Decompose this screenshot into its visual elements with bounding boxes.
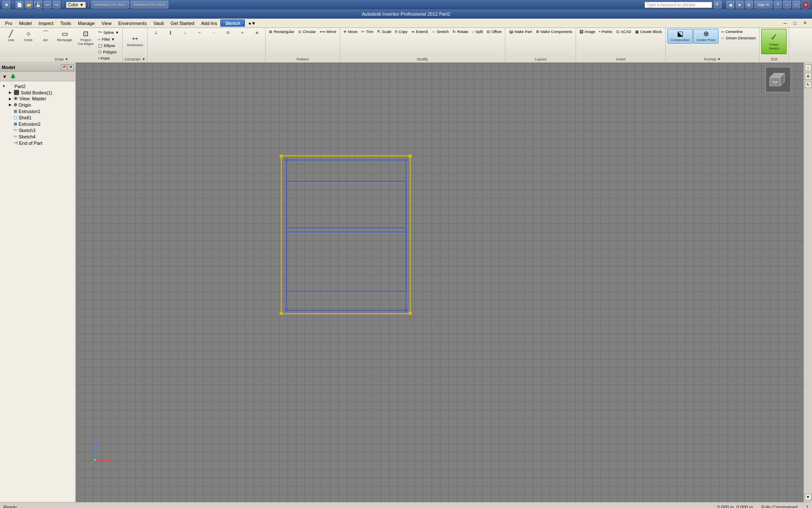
pan-btn[interactable]: ↕: [805, 64, 812, 71]
points-btn[interactable]: • Points: [597, 29, 614, 35]
make-components-btn[interactable]: ⚙ Make Components: [534, 29, 574, 35]
trim-btn[interactable]: ✂ Trim: [359, 29, 375, 35]
centerline-btn[interactable]: ⊸ Centerline: [719, 29, 757, 35]
sign-in-btn[interactable]: Sign In: [754, 1, 772, 8]
filter-btn[interactable]: ▼: [1, 73, 8, 80]
offset-btn[interactable]: ⊟ Offset: [485, 29, 503, 35]
menu-vault[interactable]: Vault: [150, 20, 167, 27]
fillet-btn[interactable]: ⌐ Fillet ▼: [96, 36, 121, 42]
rotate-btn[interactable]: ↻ Rotate: [451, 29, 470, 35]
tree-item-end-of-part[interactable]: ⊣ End of Part: [0, 140, 75, 146]
acad-btn[interactable]: ⊡ ACAD: [614, 29, 633, 35]
menu-view[interactable]: View: [98, 20, 115, 27]
menu-pro[interactable]: Pro: [2, 20, 16, 27]
dimension-group: ↔ Dimension Constrain ▼: [123, 28, 148, 62]
driven-dimension-btn[interactable]: ↔ Driven Dimension: [719, 35, 757, 41]
orbit-btn[interactable]: ↻: [805, 81, 812, 88]
menu-extra[interactable]: ●▼: [245, 20, 259, 27]
redo-btn[interactable]: ↪: [53, 1, 60, 8]
save-btn[interactable]: 💾: [34, 1, 42, 8]
center-point-btn[interactable]: ⊕ Center Point: [693, 29, 719, 44]
undo-btn[interactable]: ↩: [44, 1, 51, 8]
spline-btn[interactable]: 〜 Spline ▼: [96, 29, 121, 36]
solid-bodies-label: Solid Bodies(1): [21, 90, 52, 95]
canvas-area[interactable]: Z X Y TOP: [76, 63, 804, 502]
constraint-btn-5[interactable]: ⬝: [207, 29, 220, 36]
tree-item-shell1[interactable]: ◻ Shell1: [0, 114, 75, 121]
inventorcam-btn[interactable]: InventorCAM 2011: [91, 1, 129, 8]
image-btn[interactable]: 🖼 Image: [578, 29, 597, 35]
title-bar: Autodesk Inventor Professional 2012 Part…: [0, 9, 812, 19]
menu-addins[interactable]: Add-Ins: [198, 20, 220, 27]
tree-item-extrusion2[interactable]: ◼ Extrusion2: [0, 121, 75, 127]
make-part-btn[interactable]: 📦 Make Part: [507, 29, 534, 35]
ellipse-btn[interactable]: ◯ Ellipse: [96, 43, 121, 49]
constraint-btn-1[interactable]: ⊥: [149, 29, 163, 36]
move-btn[interactable]: ✛ Move: [342, 29, 359, 35]
tree-view-btn[interactable]: 🌲: [9, 73, 17, 80]
open-btn[interactable]: 📂: [25, 1, 33, 8]
panel-close-btn[interactable]: ✕: [68, 64, 74, 70]
tree-item-view-master[interactable]: ▶ 👁 View: Master: [0, 96, 75, 102]
scale-btn[interactable]: ⇱ Scale: [376, 29, 393, 35]
constraint-btn-6[interactable]: ⊙: [221, 29, 235, 36]
window-close[interactable]: ✕: [800, 19, 810, 27]
right-panel: ↕ ⊕ ↻ ▼: [804, 63, 812, 502]
color-dropdown[interactable]: Color ▼: [66, 2, 86, 8]
title-min-btn[interactable]: ─: [783, 1, 791, 8]
menu-inspect[interactable]: Inspect: [35, 20, 57, 27]
menu-environments[interactable]: Environments: [115, 20, 150, 27]
tree-item-origin[interactable]: ▶ ⊕ Origin: [0, 102, 75, 108]
rectangle-btn[interactable]: ▭ Rectangle: [55, 29, 75, 44]
constraint-btn-3[interactable]: ⟂: [178, 29, 192, 36]
constraint-btn-8[interactable]: ⌀: [250, 29, 263, 36]
constraint-btn-7[interactable]: =: [236, 29, 249, 36]
tree-item-solid-bodies[interactable]: ▶ ⬛ Solid Bodies(1): [0, 89, 75, 96]
dimension-btn[interactable]: ↔ Dimension: [124, 29, 145, 52]
tree-item-sketch3[interactable]: ✏ Sketch3: [0, 127, 75, 133]
mirror-btn[interactable]: ⟺ Mirror: [318, 29, 338, 35]
title-close-btn[interactable]: ✕: [802, 1, 809, 8]
line-btn[interactable]: ╱ Line: [3, 29, 19, 44]
trim-label: Trim: [366, 30, 373, 34]
new-btn[interactable]: 📄: [16, 1, 23, 8]
search-box[interactable]: Type a keyword or phrase: [645, 2, 712, 8]
constraint-btn-4[interactable]: ↔: [192, 29, 206, 36]
title-max-btn[interactable]: □: [793, 1, 800, 8]
finish-sketch-btn[interactable]: ✓ FinishSketch: [761, 29, 787, 54]
menu-getstarted[interactable]: Get Started: [167, 20, 198, 27]
help-prev-btn[interactable]: ◀: [727, 1, 734, 8]
search-btn[interactable]: 🔍: [714, 1, 721, 8]
window-min[interactable]: ─: [780, 20, 790, 27]
tree-item-part2[interactable]: ▼ 📄 Part2: [0, 83, 75, 89]
extend-btn[interactable]: ⇥ Extend: [409, 29, 429, 35]
inventorcam2-btn[interactable]: InventorCAM 2012: [131, 1, 168, 8]
stretch-btn[interactable]: ↔ Stretch: [430, 29, 450, 35]
bookmark-btn[interactable]: ★: [736, 1, 743, 8]
circular-pattern-btn[interactable]: ⊙ Circular: [296, 29, 318, 35]
arc-btn[interactable]: ⌒ Arc: [37, 29, 54, 44]
rectangular-btn[interactable]: ⊞ Rectangular: [267, 29, 296, 35]
constraint-btn-2[interactable]: ∥: [164, 29, 177, 36]
tree-item-sketch4[interactable]: ✏ Sketch4: [0, 133, 75, 140]
menu-manage[interactable]: Manage: [74, 20, 98, 27]
menu-tools[interactable]: Tools: [57, 20, 75, 27]
construction-btn[interactable]: ⬕ Construction: [667, 29, 693, 44]
window-max[interactable]: □: [790, 20, 800, 27]
tree-item-extrusion1[interactable]: ◼ Extrusion1: [0, 108, 75, 114]
polygon-btn[interactable]: ⬡ Polygon: [96, 49, 121, 55]
split-btn[interactable]: ⌿ Split: [470, 29, 485, 35]
help-btn[interactable]: ?: [774, 1, 782, 8]
menu-model[interactable]: Model: [16, 20, 35, 27]
scroll-down[interactable]: ▼: [805, 494, 812, 500]
circle-btn[interactable]: ○ Circle: [20, 29, 37, 44]
view-cube[interactable]: TOP: [765, 67, 791, 92]
copy-btn[interactable]: ⎘ Copy: [393, 29, 409, 35]
app-menu-btn[interactable]: ❖: [3, 1, 10, 8]
settings-btn[interactable]: ⚙: [745, 1, 753, 8]
panel-pin-btn[interactable]: 📌: [61, 64, 67, 70]
project-cut-edges-btn[interactable]: ⊡ ProjectCut Edges: [75, 29, 96, 47]
create-block-btn[interactable]: ▦ Create Block: [634, 29, 664, 35]
zoom-btn[interactable]: ⊕: [805, 73, 812, 80]
menu-sketch[interactable]: Sketch: [220, 19, 245, 27]
